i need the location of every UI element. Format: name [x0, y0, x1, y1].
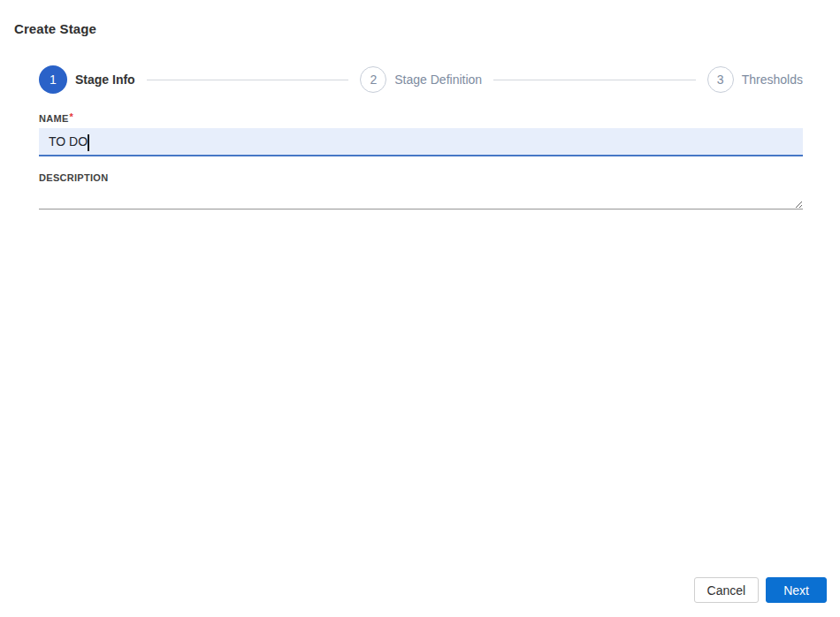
name-input-wrap: [39, 128, 803, 156]
page-title: Create Stage: [14, 21, 96, 36]
step-1-circle: 1: [39, 65, 67, 94]
required-asterisk: *: [70, 111, 74, 122]
footer-actions: Cancel Next: [694, 577, 827, 603]
description-textarea[interactable]: [39, 185, 803, 209]
step-stage-info[interactable]: 1 Stage Info: [39, 65, 135, 94]
step-3-label: Thresholds: [742, 72, 803, 87]
text-cursor: [88, 134, 89, 151]
next-button[interactable]: Next: [766, 577, 827, 603]
step-connector: [493, 80, 696, 80]
step-3-circle: 3: [707, 66, 734, 93]
description-field-label: DESCRIPTION: [39, 172, 108, 183]
step-stage-definition[interactable]: 2 Stage Definition: [360, 66, 482, 93]
wizard-stepper: 1 Stage Info 2 Stage Definition 3 Thresh…: [39, 65, 803, 94]
name-field-label: NAME*: [39, 113, 73, 124]
step-1-label: Stage Info: [75, 72, 135, 87]
step-connector: [147, 80, 349, 80]
step-thresholds[interactable]: 3 Thresholds: [707, 66, 803, 93]
create-stage-dialog: Create Stage 1 Stage Info 2 Stage Defini…: [0, 0, 840, 617]
step-2-label: Stage Definition: [394, 72, 482, 87]
step-2-circle: 2: [360, 66, 386, 93]
name-label-text: NAME: [39, 113, 69, 124]
cancel-button[interactable]: Cancel: [694, 577, 760, 603]
name-input[interactable]: [39, 128, 803, 156]
